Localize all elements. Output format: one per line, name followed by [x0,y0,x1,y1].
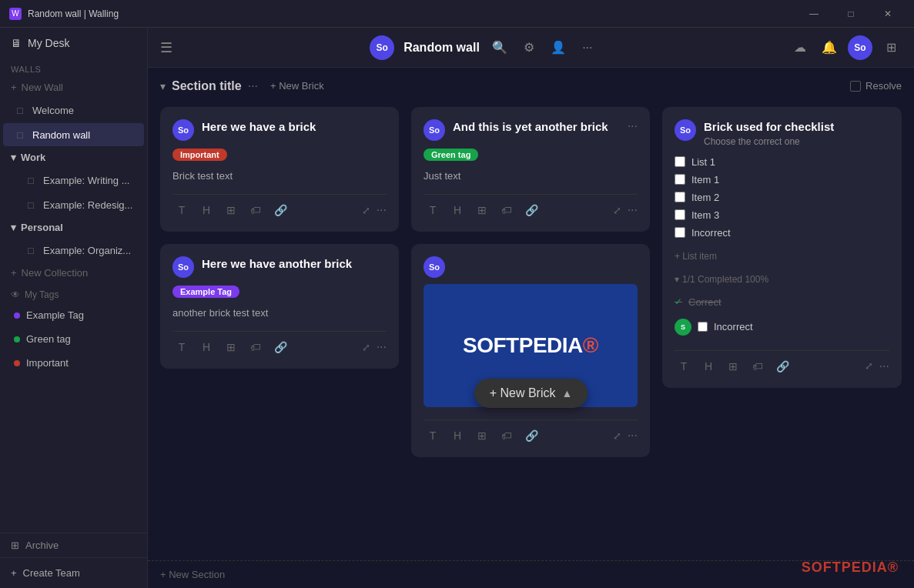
sidebar-item-redesign[interactable]: □ Example: Redesig... [3,193,144,216]
cloud-button[interactable]: ☁ [789,37,811,58]
sidebar-group-personal[interactable]: ▾ Personal [0,217,147,238]
expand-icon[interactable]: ⤢ [613,205,621,216]
text-icon[interactable]: T [675,357,693,376]
layout-button[interactable]: ⊞ [880,37,902,58]
sidebar-tag-green[interactable]: Green tag [3,328,144,350]
more-icon[interactable]: ··· [377,203,387,217]
maximize-button[interactable]: □ [834,0,868,28]
add-item-label: + List item [675,251,717,262]
brick-tag[interactable]: Green tag [424,149,478,161]
sidebar-group-work[interactable]: ▾ Work [0,147,147,168]
more-button[interactable]: ··· [577,37,598,58]
menu-icon[interactable]: ☰ [160,39,172,56]
checklist-checkbox-1[interactable] [675,174,685,185]
new-wall-button[interactable]: + New Wall [0,77,147,98]
brick-card-3[interactable]: So And this is yet another brick ··· Gre… [411,107,650,232]
toolbar-center: So Random wall 🔍 ⚙ 👤 ··· [188,35,780,60]
text-icon[interactable]: T [424,426,442,445]
user-avatar[interactable]: So [848,35,872,60]
heading-icon[interactable]: H [448,426,467,445]
minimize-button[interactable]: — [797,0,831,28]
add-user-button[interactable]: 👤 [547,37,569,58]
expand-icon[interactable]: ⤢ [362,342,370,353]
app-body: 🖥 My Desk Walls + New Wall □ Welcome □ R… [0,28,914,588]
link-icon[interactable]: 🔗 [271,338,290,356]
section-title[interactable]: Section title [172,79,242,93]
expand-icon[interactable]: ⤢ [865,360,873,372]
brick-card-5[interactable]: So Brick used for checklist Choose the c… [662,107,902,388]
more-icon[interactable]: ··· [628,203,638,217]
tag-icon[interactable]: 🏷 [748,357,767,376]
incorrect-checkbox[interactable] [698,322,708,332]
add-item-button[interactable]: + List item [675,248,889,265]
sidebar-item-writing[interactable]: □ Example: Writing ... [3,169,144,192]
link-icon[interactable]: 🔗 [522,201,541,219]
plus-icon: + [11,567,17,579]
more-icon[interactable]: ··· [879,359,889,373]
more-icon[interactable]: ··· [377,340,387,354]
checklist-checkbox-4[interactable] [675,227,685,238]
text-icon[interactable]: T [172,201,191,219]
checklist-item: Incorrect [675,224,889,242]
expand-icon[interactable]: ⤢ [613,430,621,442]
text-icon[interactable]: T [172,338,191,356]
resolve-checkbox[interactable] [850,81,861,92]
image-icon[interactable]: ⊞ [724,357,742,376]
brick-card-4[interactable]: So SOFTPEDIA® T H ⊞ 🏷 🔗 ⤢ ··· [411,244,650,457]
team-button[interactable]: ⚙ [518,37,540,58]
sidebar-mydesk[interactable]: 🖥 My Desk [0,28,147,58]
more-icon[interactable]: ··· [628,119,638,133]
checklist-checkbox-0[interactable] [675,156,685,167]
new-brick-float-button[interactable]: + New Brick ▲ [474,379,588,408]
completed-section[interactable]: ▾ 1/1 Completed 100% [675,271,889,288]
new-collection-button[interactable]: + New Collection [0,262,147,283]
tag-icon[interactable]: 🏷 [497,426,516,445]
image-icon[interactable]: ⊞ [222,201,240,219]
more-icon[interactable]: ··· [628,429,638,443]
sidebar-item-welcome[interactable]: □ Welcome [3,99,144,122]
new-collection-label: New Collection [22,267,89,279]
close-button[interactable]: ✕ [871,0,905,28]
sidebar-item-random-wall[interactable]: □ Random wall [3,123,144,146]
link-icon[interactable]: 🔗 [271,201,290,219]
brick-header: So And this is yet another brick ··· [424,119,638,141]
new-section-button[interactable]: + New Section [148,560,914,588]
tag-icon[interactable]: 🏷 [497,201,516,219]
image-icon[interactable]: ⊞ [222,338,240,356]
link-icon[interactable]: 🔗 [773,357,792,376]
new-brick-button[interactable]: + New Brick [264,77,330,95]
group-label: Work [21,152,45,163]
resolve-button[interactable]: Resolve [850,80,902,92]
expand-icon[interactable]: ⤢ [362,205,370,216]
tag-icon[interactable]: 🏷 [246,338,265,356]
brick-card-2[interactable]: So Here we have another brick Example Ta… [160,244,399,369]
image-icon[interactable]: ⊞ [473,426,491,445]
sidebar-item-organiz[interactable]: □ Example: Organiz... [3,239,144,262]
sidebar-tag-example[interactable]: Example Tag [3,304,144,326]
brick-tag[interactable]: Important [172,149,227,161]
checklist-checkbox-3[interactable] [675,209,685,220]
create-team-button[interactable]: + Create Team [0,557,147,588]
brick-card-1[interactable]: So Here we have a brick Important Brick … [160,107,399,232]
section-more-button[interactable]: ··· [248,79,258,93]
sidebar-tag-important[interactable]: Important [3,352,144,374]
tag-label: Important [26,357,69,369]
search-button[interactable]: 🔍 [489,37,511,58]
checklist-checkbox-2[interactable] [675,192,685,202]
titlebar-title: Random wall | Walling [28,8,797,19]
heading-icon[interactable]: H [699,357,718,376]
image-icon[interactable]: ⊞ [473,201,491,219]
heading-icon[interactable]: H [197,338,216,356]
heading-icon[interactable]: H [448,201,467,219]
chevron-up-icon: ▲ [561,387,572,399]
section-chevron-icon[interactable]: ▾ [160,80,166,92]
link-icon[interactable]: 🔗 [522,426,541,445]
text-icon[interactable]: T [424,201,442,219]
brick-tag[interactable]: Example Tag [172,286,239,298]
plus-icon: + [11,267,17,279]
heading-icon[interactable]: H [197,201,216,219]
brick-title: Here we have a brick [202,119,316,135]
tag-icon[interactable]: 🏷 [246,201,265,219]
archive-button[interactable]: ⊞ Archive [0,533,147,557]
notification-button[interactable]: 🔔 [819,37,840,58]
